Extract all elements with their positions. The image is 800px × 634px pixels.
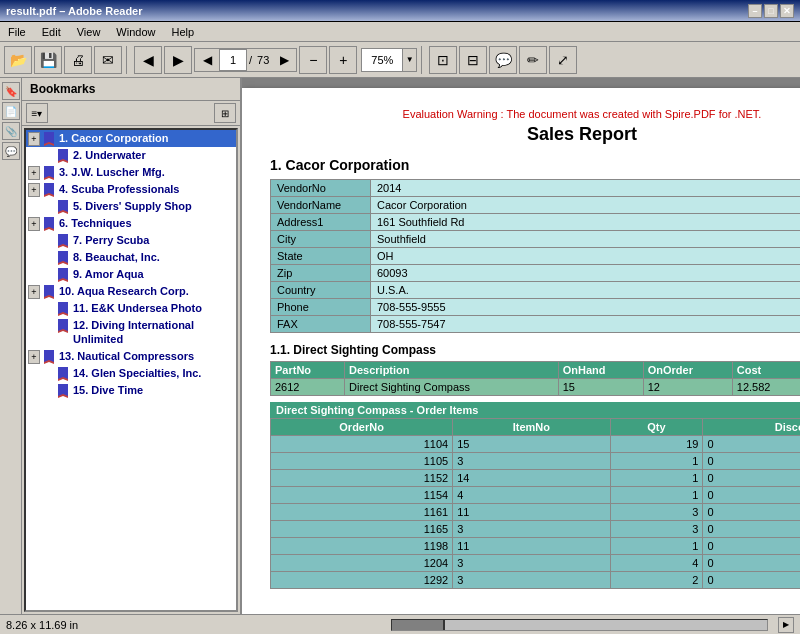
bookmark-icon [56, 234, 70, 248]
bookmark-icon [56, 268, 70, 282]
next-page-button[interactable]: ▶ [164, 46, 192, 74]
bookmark-label: 13. Nautical Compressors [59, 349, 194, 363]
fit-page-button[interactable]: ⊡ [429, 46, 457, 74]
bm-options-button[interactable]: ≡▾ [26, 103, 48, 123]
bm-expand-btn[interactable]: + [28, 217, 40, 231]
page-nav-group: ◀ / 73 ▶ [194, 48, 297, 72]
bookmark-tree[interactable]: +1. Cacor Corporation2. Underwater+3. J.… [24, 128, 238, 612]
maximize-button[interactable]: □ [764, 4, 778, 18]
orders-cell: 0 [703, 504, 800, 521]
bookmarks-header: Bookmarks [22, 78, 240, 101]
main-area: 🔖 📄 📎 💬 Bookmarks ≡▾ ⊞ +1. Cacor Corpora… [0, 78, 800, 614]
bookmarks-panel: Bookmarks ≡▾ ⊞ +1. Cacor Corporation2. U… [22, 78, 242, 614]
page-number-input[interactable] [219, 49, 247, 71]
save-button[interactable]: 💾 [34, 46, 62, 74]
menu-help[interactable]: Help [167, 24, 198, 40]
bm-expand-btn[interactable]: + [28, 166, 40, 180]
bookmark-item-12[interactable]: 12. Diving International Unlimited [26, 317, 236, 348]
orders-cell: 1292 [271, 572, 453, 589]
pages-side-icon[interactable]: 📄 [2, 102, 20, 120]
parts-col-header: OnHand [558, 362, 643, 379]
eval-warning: Evaluation Warning : The document was cr… [270, 108, 800, 120]
title-bar: result.pdf – Adobe Reader – □ ✕ [0, 0, 800, 22]
vendor-field-label: VendorNo [271, 180, 371, 197]
bm-expand-btn[interactable]: + [28, 183, 40, 197]
vendor-field-label: State [271, 248, 371, 265]
bookmark-item-9[interactable]: 9. Amor Aqua [26, 266, 236, 283]
bookmark-item-1[interactable]: +1. Cacor Corporation [26, 130, 236, 147]
comments-side-icon[interactable]: 💬 [2, 142, 20, 160]
scrollbar-right-arrow[interactable]: ▶ [778, 617, 794, 633]
orders-cell: 3 [453, 521, 610, 538]
bookmark-item-4[interactable]: +4. Scuba Professionals [26, 181, 236, 198]
vendor-field-value: 708-555-9555 [371, 299, 801, 316]
open-button[interactable]: 📂 [4, 46, 32, 74]
orders-cell: 14 [453, 470, 610, 487]
bookmark-icon [56, 302, 70, 316]
orders-cell: 0 [703, 572, 800, 589]
email-button[interactable]: ✉ [94, 46, 122, 74]
minimize-button[interactable]: – [748, 4, 762, 18]
bookmark-item-10[interactable]: +10. Aqua Research Corp. [26, 283, 236, 300]
orders-cell: 3 [453, 555, 610, 572]
zoom-dropdown-button[interactable]: ▼ [402, 49, 416, 71]
bookmarks-toolbar: ≡▾ ⊞ [22, 101, 240, 126]
bookmark-label: 14. Glen Specialties, Inc. [73, 366, 201, 380]
bm-expand-btn[interactable]: + [28, 285, 40, 299]
menu-edit[interactable]: Edit [38, 24, 65, 40]
bookmark-item-8[interactable]: 8. Beauchat, Inc. [26, 249, 236, 266]
bookmarks-side-icon[interactable]: 🔖 [2, 82, 20, 100]
vendor-field-label: City [271, 231, 371, 248]
vendor-field-value: Southfield [371, 231, 801, 248]
nav-fwd-button[interactable]: ▶ [272, 49, 296, 71]
fit-width-button[interactable]: ⊟ [459, 46, 487, 74]
vendor-field-value: OH [371, 248, 801, 265]
total-pages: 73 [254, 54, 272, 66]
bookmark-icon [56, 251, 70, 265]
title-bar-buttons[interactable]: – □ ✕ [748, 4, 794, 18]
attachments-side-icon[interactable]: 📎 [2, 122, 20, 140]
vendor-field-label: Address1 [271, 214, 371, 231]
bm-expand-btn[interactable]: + [28, 132, 40, 146]
bookmark-label: 2. Underwater [73, 148, 146, 162]
tb-sep-1 [126, 46, 130, 74]
orders-row: 110415190 [271, 436, 801, 453]
bm-expand-btn[interactable]: + [28, 350, 40, 364]
zoom-out-button[interactable]: − [299, 46, 327, 74]
vendor-field-value: U.S.A. [371, 282, 801, 299]
nav-back-button[interactable]: ◀ [195, 49, 219, 71]
bookmark-item-13[interactable]: +13. Nautical Compressors [26, 348, 236, 365]
print-button[interactable]: 🖨 [64, 46, 92, 74]
bookmark-item-15[interactable]: 15. Dive Time [26, 382, 236, 399]
bookmark-item-3[interactable]: +3. J.W. Luscher Mfg. [26, 164, 236, 181]
bookmark-item-7[interactable]: 7. Perry Scuba [26, 232, 236, 249]
title-bar-text: result.pdf – Adobe Reader [6, 5, 748, 17]
orders-cell: 0 [703, 521, 800, 538]
orders-row: 1204340 [271, 555, 801, 572]
comment-button[interactable]: 💬 [489, 46, 517, 74]
bookmark-item-14[interactable]: 14. Glen Specialties, Inc. [26, 365, 236, 382]
zoom-in-button[interactable]: + [329, 46, 357, 74]
vendor-row: CountryU.S.A. [271, 282, 801, 299]
prev-page-button[interactable]: ◀ [134, 46, 162, 74]
bookmark-item-6[interactable]: +6. Techniques [26, 215, 236, 232]
bookmark-icon [56, 149, 70, 163]
vendor-field-value: 60093 [371, 265, 801, 282]
bookmark-label: 1. Cacor Corporation [59, 131, 168, 145]
bookmark-item-11[interactable]: 11. E&K Undersea Photo [26, 300, 236, 317]
close-button[interactable]: ✕ [780, 4, 794, 18]
vendor-row: StateOH [271, 248, 801, 265]
orders-cell: 15 [453, 436, 610, 453]
bm-expand-button[interactable]: ⊞ [214, 103, 236, 123]
parts-cell: 15 [558, 379, 643, 396]
bookmark-item-5[interactable]: 5. Divers' Supply Shop [26, 198, 236, 215]
menu-window[interactable]: Window [112, 24, 159, 40]
parts-row: 2612Direct Sighting Compass151212.58234.… [271, 379, 801, 396]
bookmark-item-2[interactable]: 2. Underwater [26, 147, 236, 164]
menu-file[interactable]: File [4, 24, 30, 40]
zoom-input[interactable] [362, 49, 402, 71]
fullscreen-button[interactable]: ⤢ [549, 46, 577, 74]
content-area[interactable]: Evaluation Warning : The document was cr… [242, 78, 800, 614]
menu-view[interactable]: View [73, 24, 105, 40]
highlight-button[interactable]: ✏ [519, 46, 547, 74]
